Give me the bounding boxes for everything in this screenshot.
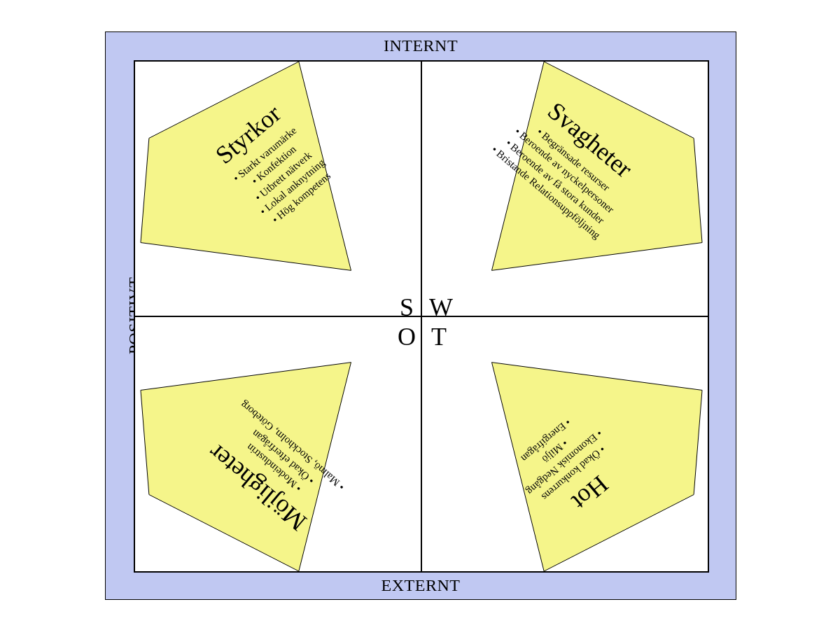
swot-diagram: INTERNT EXTERNT POSITIVT NEGATIVT Styrko… — [0, 0, 840, 630]
inner-frame: INTERNT EXTERNT POSITIVT NEGATIVT Styrko… — [106, 32, 736, 599]
cell-strengths: Styrkor • Starkt varumärke • Konfektion … — [134, 61, 421, 316]
cell-opportunities: Möjligheter • Modeindustrin • Ökad efter… — [134, 316, 421, 572]
cell-threats: Hot • Ökad konkurrens • Ekonomisk Nedgån… — [421, 316, 708, 572]
outer-frame: INTERNT EXTERNT POSITIVT NEGATIVT Styrko… — [105, 31, 736, 600]
swot-grid: Styrkor • Starkt varumärke • Konfektion … — [134, 60, 709, 573]
cell-weaknesses: Svagheter • Begränsade resurser • Beroen… — [421, 61, 708, 316]
axis-bottom: EXTERNT — [106, 576, 736, 595]
axis-top: INTERNT — [106, 36, 736, 55]
